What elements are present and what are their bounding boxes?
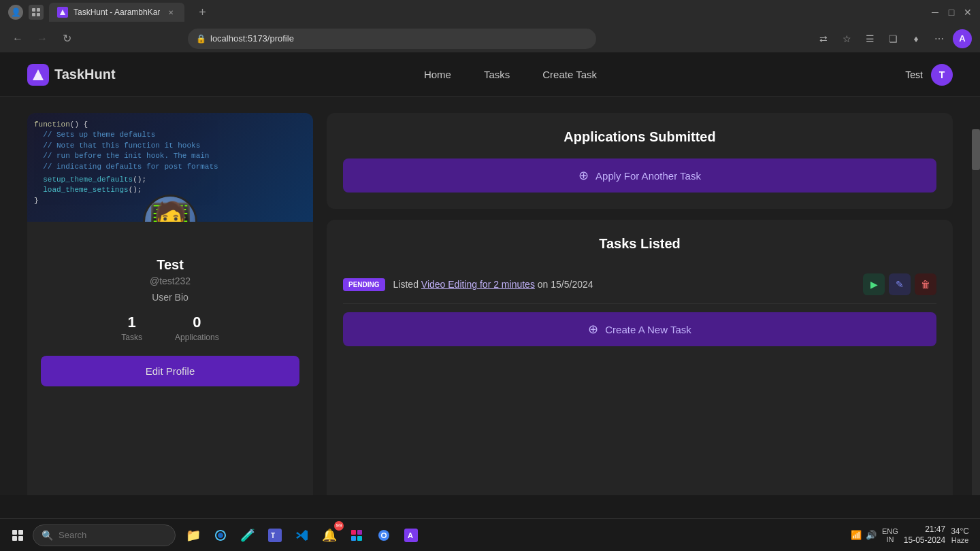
browser-addressbar: ← → ↻ 🔒 localhost:5173/profile ⇄ ☆ ☰ ❏ ♦… (0, 24, 980, 53)
stat-applications: 0 Applications (175, 314, 219, 342)
profile-name: Test (41, 257, 299, 273)
edit-profile-button[interactable]: Edit Profile (41, 356, 299, 386)
network-icon[interactable]: 📶 (851, 530, 862, 540)
weather-condition: Haze (951, 536, 969, 544)
window-controls: ─ □ ✕ (931, 8, 972, 16)
maximize-btn[interactable]: □ (947, 8, 956, 16)
lock-icon: 🔒 (196, 34, 206, 44)
svg-point-14 (382, 533, 386, 537)
locale-text: ENG (882, 527, 898, 535)
apply-btn-label: Apply For Another Task (595, 170, 701, 182)
applications-title: Applications Submitted (343, 129, 936, 145)
task-play-button[interactable]: ▶ (863, 273, 885, 295)
taskbar-app-chrome[interactable] (372, 523, 396, 548)
tab-close-btn[interactable]: ✕ (165, 7, 176, 18)
tab-favicon (57, 7, 68, 18)
reading-view-icon[interactable]: ☰ (860, 29, 879, 48)
profile-handle: @test232 (41, 276, 299, 286)
volume-icon[interactable]: 🔊 (866, 530, 877, 540)
taskbar-app-edge[interactable] (208, 523, 233, 548)
extensions-icon[interactable]: ⋯ (930, 29, 949, 48)
refresh-btn[interactable]: ↻ (57, 29, 76, 48)
rewards-icon[interactable]: ♦ (906, 29, 926, 48)
tasks-count: 1 (128, 314, 136, 331)
task-actions: ▶ ✎ 🗑 (863, 273, 936, 295)
task-text-before: Listed (393, 279, 421, 290)
apply-plus-icon: ⊕ (578, 168, 589, 183)
forward-btn[interactable]: → (33, 29, 52, 48)
svg-rect-10 (351, 536, 356, 541)
scrollbar-thumb[interactable] (972, 129, 980, 170)
create-new-task-button[interactable]: ⊕ Create A New Task (343, 312, 936, 346)
back-btn[interactable]: ← (8, 29, 27, 48)
translate-icon[interactable]: ⇄ (814, 29, 833, 48)
stat-tasks: 1 Tasks (121, 314, 142, 342)
right-panel: Applications Submitted ⊕ Apply For Anoth… (327, 113, 953, 495)
applications-card: Applications Submitted ⊕ Apply For Anoth… (327, 113, 953, 209)
task-link[interactable]: Video Editing for 2 minutes (421, 279, 535, 290)
taskbar-app-explorer[interactable]: 📁 (181, 523, 206, 548)
pending-badge: PENDING (343, 278, 385, 291)
locale-selector[interactable]: ENG IN (882, 527, 898, 544)
address-text: localhost:5173/profile (210, 33, 588, 44)
scrollbar[interactable] (972, 129, 980, 495)
task-edit-button[interactable]: ✎ (889, 273, 911, 295)
taskbar-app-notif[interactable]: 🔔 99 (317, 523, 342, 548)
browser-titlebar: 👤 TaskHunt - AarambhKar ✕ + ─ □ ✕ (0, 0, 980, 24)
close-btn[interactable]: ✕ (964, 8, 972, 16)
taskbar-right: 📶 🔊 ENG IN 21:47 15-05-2024 34°C Haze (851, 524, 975, 546)
tasks-label: Tasks (121, 333, 142, 342)
nav-home[interactable]: Home (424, 69, 451, 80)
svg-rect-11 (357, 536, 362, 541)
app-logo-text: TaskHunt (54, 67, 116, 82)
task-description: Listed Video Editing for 2 minutes on 15… (393, 279, 855, 290)
task-item: PENDING Listed Video Editing for 2 minut… (343, 265, 936, 304)
taskbar-search-icon: 🔍 (42, 530, 53, 541)
taskbar-app-lab[interactable]: 🧪 (235, 523, 260, 548)
active-tab[interactable]: TaskHunt - AarambhKar ✕ (49, 3, 184, 22)
browser-collections-btn[interactable] (29, 5, 44, 20)
taskbar-app-vscode[interactable] (290, 523, 314, 548)
clock-date: 15-05-2024 (904, 535, 945, 546)
favorites-icon[interactable]: ☆ (837, 29, 856, 48)
create-task-label: Create A New Task (605, 324, 691, 335)
task-text-after: on (535, 279, 551, 290)
taskbar-app-teams[interactable]: T (263, 523, 287, 548)
svg-rect-8 (351, 530, 356, 535)
tab-title: TaskHunt - AarambhKar (74, 7, 160, 17)
taskbar-app-misc[interactable] (344, 523, 369, 548)
profile-info: Test @test232 User Bio 1 Tasks 0 Applica… (27, 222, 313, 495)
taskbar-search-input[interactable] (59, 530, 173, 540)
apply-another-task-button[interactable]: ⊕ Apply For Another Task (343, 158, 936, 193)
new-tab-btn[interactable]: + (193, 3, 212, 22)
locale-region: IN (886, 535, 894, 544)
create-plus-icon: ⊕ (588, 322, 598, 337)
taskbar-clock[interactable]: 21:47 15-05-2024 (904, 524, 945, 546)
weather-widget[interactable]: 34°C Haze (951, 527, 969, 544)
minimize-btn[interactable]: ─ (931, 8, 939, 16)
logo-icon (27, 64, 49, 86)
address-bar[interactable]: 🔒 localhost:5173/profile (188, 29, 596, 49)
nav-create-task[interactable]: Create Task (542, 69, 597, 80)
weather-temp: 34°C (951, 527, 969, 536)
tasks-listed-title: Tasks Listed (343, 236, 936, 252)
collections-icon[interactable]: ❏ (883, 29, 902, 48)
task-delete-button[interactable]: 🗑 (915, 273, 936, 295)
svg-text:T: T (271, 532, 275, 539)
svg-rect-2 (32, 13, 35, 16)
taskbar-app-extras[interactable]: A (399, 523, 423, 548)
nav-links: Home Tasks Create Task (424, 69, 597, 80)
taskbar-apps: 📁 🧪 T 🔔 99 A (181, 523, 423, 548)
profile-banner: function() { // Sets up theme defaults /… (27, 113, 313, 222)
nav-user-initial: T (939, 69, 945, 80)
main-layout: function() { // Sets up theme defaults /… (0, 97, 980, 495)
applications-count: 0 (193, 314, 201, 331)
nav-user-avatar[interactable]: T (931, 64, 953, 86)
taskbar-system-icons: 📶 🔊 (851, 530, 877, 540)
start-button[interactable] (5, 523, 30, 548)
nav-tasks[interactable]: Tasks (484, 69, 510, 80)
taskbar-search-bar[interactable]: 🔍 (33, 524, 176, 546)
browser-profile-icon[interactable]: 👤 (8, 5, 23, 20)
notification-badge: 99 (334, 521, 344, 531)
edge-profile-btn[interactable]: A (953, 29, 972, 48)
